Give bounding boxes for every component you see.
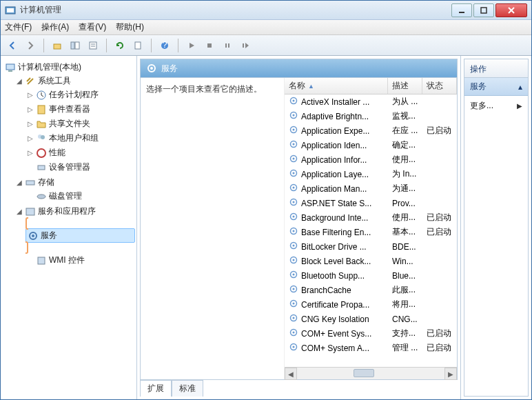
service-row[interactable]: Certificate Propa...将用... — [285, 297, 457, 312]
service-row[interactable]: Block Level Back...Win... — [285, 254, 457, 268]
service-status: 已启动 — [422, 328, 457, 339]
tree-shared-folders[interactable]: ▷共享文件夹 — [25, 117, 135, 130]
up-button[interactable] — [50, 38, 65, 53]
tree-root[interactable]: 计算机管理(本地) — [3, 61, 135, 74]
actions-section[interactable]: 服务 ▴ — [464, 78, 528, 96]
expand-icon[interactable]: ▷ — [27, 150, 34, 157]
menu-action[interactable]: 操作(A) — [41, 21, 69, 33]
collapse-icon[interactable]: ◢ — [16, 78, 23, 85]
service-row[interactable]: Application Laye...为 In... — [285, 167, 457, 181]
tree-system-tools[interactable]: ◢系统工具 — [14, 74, 135, 88]
minimize-button[interactable] — [451, 3, 472, 17]
disk-icon — [36, 191, 47, 202]
close-button[interactable] — [495, 3, 527, 17]
service-name: Application Laye... — [285, 168, 388, 180]
gear-icon — [289, 328, 298, 339]
scroll-left-icon[interactable]: ◀ — [285, 368, 297, 380]
service-row[interactable]: Adaptive Brightn...监视... — [285, 109, 457, 123]
svg-rect-7 — [71, 42, 74, 49]
menu-help[interactable]: 帮助(H) — [116, 21, 144, 33]
service-row[interactable]: Bluetooth Supp...Blue... — [285, 268, 457, 283]
column-status[interactable]: 状态 — [422, 78, 457, 94]
service-row[interactable]: COM+ Event Sys...支持...已启动 — [285, 326, 457, 341]
tab-extended[interactable]: 扩展 — [140, 380, 172, 397]
scroll-right-icon[interactable]: ▶ — [444, 368, 457, 380]
description-prompt: 选择一个项目来查看它的描述。 — [146, 84, 262, 94]
expand-icon[interactable]: ▷ — [27, 121, 34, 128]
service-row[interactable]: Application Infor...使用... — [285, 152, 457, 167]
service-row[interactable]: ASP.NET State S...Prov... — [285, 196, 457, 210]
gear-icon — [289, 226, 298, 238]
computer-management-window: 计算机管理 文件(F) 操作(A) 查看(V) 帮助(H) ? — [0, 0, 532, 400]
expand-icon[interactable]: ▷ — [27, 106, 34, 113]
play-button[interactable] — [184, 38, 199, 53]
svg-point-28 — [37, 194, 45, 199]
tree-event-viewer[interactable]: ▷事件查看器 — [25, 103, 135, 116]
menu-file[interactable]: 文件(F) — [5, 21, 32, 33]
window-title: 计算机管理 — [20, 4, 451, 16]
service-row[interactable]: Application Expe...在应 ...已启动 — [285, 123, 457, 138]
column-desc[interactable]: 描述 — [388, 78, 422, 94]
service-row[interactable]: Background Inte...使用...已启动 — [285, 210, 457, 225]
svg-point-48 — [293, 187, 295, 189]
clock-icon — [36, 90, 47, 101]
show-hide-tree-button[interactable] — [68, 38, 83, 53]
tree-local-users[interactable]: ▷本地用户和组 — [25, 132, 135, 145]
service-desc: 为 In... — [388, 168, 422, 180]
properties-button[interactable] — [85, 38, 101, 53]
svg-rect-26 — [38, 166, 45, 170]
refresh-button[interactable] — [112, 38, 127, 53]
gear-icon — [289, 183, 298, 194]
expand-icon[interactable]: ▷ — [27, 92, 34, 99]
service-name: Application Man... — [285, 183, 388, 194]
computer-icon — [5, 62, 16, 73]
svg-point-60 — [293, 274, 295, 276]
service-row[interactable]: BranchCache此服... — [285, 283, 457, 297]
back-button[interactable] — [5, 38, 20, 53]
service-desc: Blue... — [388, 271, 422, 281]
service-name: Block Level Back... — [285, 255, 388, 267]
service-row[interactable]: CNG Key IsolationCNG... — [285, 312, 457, 326]
sort-asc-icon: ▲ — [308, 83, 314, 90]
svg-rect-1 — [7, 8, 14, 12]
horizontal-scrollbar[interactable]: ◀ ▶ — [285, 367, 457, 379]
service-list[interactable]: ActiveX Installer ...为从 ...Adaptive Brig… — [285, 94, 457, 367]
collapse-icon[interactable]: ◢ — [16, 208, 23, 215]
service-desc: 管理 ... — [388, 342, 422, 354]
svg-point-46 — [293, 172, 295, 174]
export-button[interactable] — [130, 38, 145, 53]
scrollbar-thumb[interactable] — [354, 369, 374, 377]
help-button[interactable]: ? — [157, 38, 172, 53]
tree-storage[interactable]: ◢存储 — [14, 176, 135, 189]
detail-pane: 服务 选择一个项目来查看它的描述。 名称▲ 描述 状态 ActiveX Inst… — [137, 56, 461, 399]
svg-point-36 — [293, 100, 295, 102]
action-more[interactable]: 更多... ▶ — [464, 96, 528, 116]
gear-icon — [289, 342, 298, 354]
collapse-icon[interactable]: ◢ — [16, 179, 23, 186]
forward-button[interactable] — [23, 38, 38, 53]
tree-device-manager[interactable]: 设备管理器 — [25, 161, 135, 174]
service-row[interactable]: COM+ System A...管理 ...已启动 — [285, 341, 457, 355]
tree-wmi[interactable]: WMI 控件 — [25, 254, 135, 267]
service-row[interactable]: Application Man...为通... — [285, 181, 457, 196]
tree-services-apps[interactable]: ◢服务和应用程序 — [14, 205, 135, 218]
service-row[interactable]: Base Filtering En...基本...已启动 — [285, 225, 457, 239]
pause-button[interactable] — [220, 38, 235, 53]
service-row[interactable]: Application Iden...确定... — [285, 138, 457, 152]
expand-icon[interactable]: ▷ — [27, 135, 34, 142]
column-name[interactable]: 名称▲ — [285, 78, 388, 94]
service-row[interactable]: BitLocker Drive ...BDE... — [285, 239, 457, 254]
tree-task-scheduler[interactable]: ▷任务计划程序 — [25, 88, 135, 101]
tab-standard[interactable]: 标准 — [172, 380, 203, 397]
tree-services[interactable]: 服务 — [25, 228, 135, 243]
tree-performance[interactable]: ▷性能 — [25, 146, 135, 159]
svg-rect-15 — [207, 43, 212, 48]
titlebar[interactable]: 计算机管理 — [1, 1, 531, 20]
restart-button[interactable] — [238, 38, 253, 53]
stop-button[interactable] — [202, 38, 217, 53]
tree-pane[interactable]: 计算机管理(本地) ◢系统工具 ▷任务计划程序 ▷事件查看器 ▷共享文件夹 ▷本… — [1, 56, 137, 399]
menu-view[interactable]: 查看(V) — [79, 21, 106, 33]
service-row[interactable]: ActiveX Installer ...为从 ... — [285, 94, 457, 109]
maximize-button[interactable] — [473, 3, 494, 17]
tree-disk-management[interactable]: 磁盘管理 — [25, 190, 135, 203]
